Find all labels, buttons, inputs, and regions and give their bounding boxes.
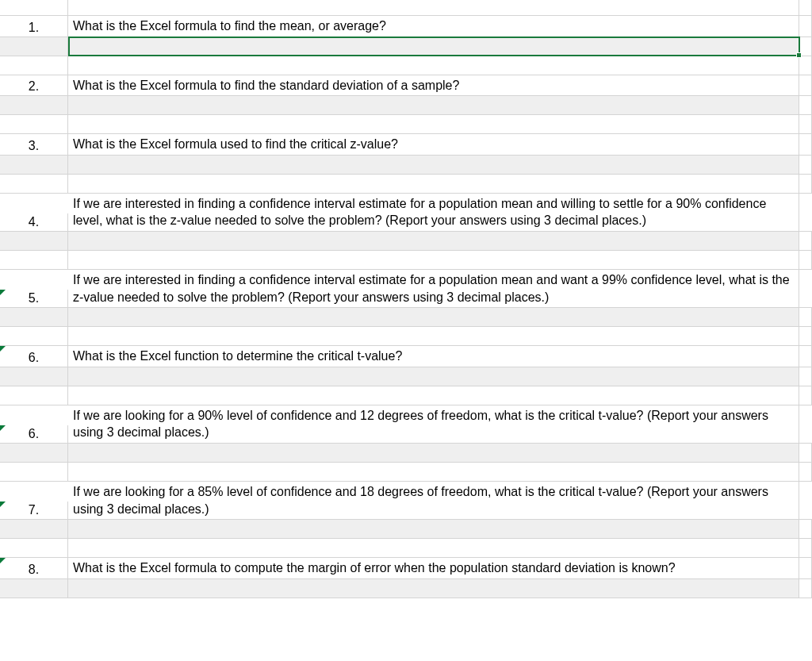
cell[interactable] <box>0 56 68 75</box>
row-number: 1. <box>29 21 39 35</box>
cell[interactable] <box>799 16 812 37</box>
answer-cell[interactable] <box>68 579 799 598</box>
row-number-cell[interactable]: 3. <box>0 134 68 155</box>
cell[interactable] <box>799 444 812 462</box>
cell[interactable] <box>0 579 68 598</box>
cell[interactable] <box>799 115 812 133</box>
blank-row <box>0 327 812 346</box>
answer-cell[interactable] <box>68 367 799 386</box>
cell[interactable] <box>0 308 68 326</box>
row-number: 7. <box>29 503 39 517</box>
answer-row <box>0 37 812 56</box>
cell[interactable] <box>799 232 812 250</box>
cell[interactable] <box>799 386 812 405</box>
cell[interactable] <box>0 0 68 15</box>
row-number-cell[interactable]: 1. <box>0 16 68 37</box>
question-row: 5.If we are interested in finding a conf… <box>0 270 812 308</box>
cell[interactable] <box>799 37 812 56</box>
cell[interactable] <box>799 56 812 75</box>
blank-row <box>0 251 812 270</box>
cell[interactable] <box>799 346 812 367</box>
error-indicator-icon <box>0 346 6 352</box>
row-number-cell[interactable]: 6. <box>0 425 68 443</box>
question-cell[interactable]: What is the Excel function to determine … <box>68 346 799 367</box>
cell[interactable] <box>799 520 812 538</box>
cell[interactable] <box>0 463 68 481</box>
answer-row <box>0 308 812 327</box>
row-number-cell[interactable]: 7. <box>0 502 68 519</box>
row-number-cell[interactable]: 5. <box>0 290 68 307</box>
row-number-cell[interactable]: 8. <box>0 558 68 578</box>
question-cell[interactable]: What is the Excel formula used to find t… <box>68 134 799 155</box>
cell[interactable] <box>799 251 812 269</box>
answer-cell[interactable] <box>68 520 799 538</box>
blank-row <box>0 56 812 75</box>
cell[interactable] <box>799 134 812 155</box>
answer-cell[interactable] <box>68 308 799 326</box>
cell[interactable] <box>799 539 812 557</box>
cell[interactable] <box>68 386 799 405</box>
answer-row <box>0 579 812 598</box>
cell[interactable] <box>799 0 812 15</box>
cell[interactable] <box>68 56 799 75</box>
cell[interactable] <box>799 156 812 174</box>
cell[interactable] <box>0 115 68 133</box>
question-row: 2.What is the Excel formula to find the … <box>0 75 812 97</box>
answer-cell[interactable] <box>68 156 799 174</box>
question-cell[interactable]: What is the Excel formula to find the st… <box>68 75 799 96</box>
cell[interactable] <box>0 367 68 386</box>
cell[interactable] <box>799 327 812 345</box>
cell[interactable] <box>799 96 812 114</box>
cell[interactable] <box>0 156 68 174</box>
cell[interactable] <box>0 386 68 405</box>
answer-cell[interactable] <box>68 444 799 462</box>
answer-cell[interactable] <box>68 96 799 114</box>
error-indicator-icon <box>0 502 6 507</box>
cell[interactable] <box>68 0 799 15</box>
cell[interactable] <box>68 463 799 481</box>
cell[interactable] <box>68 115 799 133</box>
row-number-cell[interactable]: 6. <box>0 346 68 367</box>
blank-row <box>0 175 812 194</box>
question-cell[interactable]: If we are looking for a 85% level of con… <box>68 482 799 519</box>
question-cell[interactable]: What is the Excel formula to compute the… <box>68 558 799 578</box>
question-cell[interactable]: If we are looking for a 90% level of con… <box>68 405 799 443</box>
answer-row <box>0 520 812 539</box>
cell[interactable] <box>799 175 812 193</box>
question-row: 8.What is the Excel formula to compute t… <box>0 558 812 579</box>
cell[interactable] <box>799 463 812 481</box>
cell[interactable] <box>799 367 812 386</box>
cell[interactable] <box>0 251 68 269</box>
row-number: 3. <box>29 139 39 153</box>
cell[interactable] <box>68 251 799 269</box>
cell[interactable] <box>0 232 68 250</box>
question-row: 4.If we are interested in finding a conf… <box>0 194 812 232</box>
answer-cell[interactable] <box>68 232 799 250</box>
cell[interactable] <box>799 75 812 96</box>
row-number-cell[interactable]: 2. <box>0 75 68 96</box>
answer-row <box>0 367 812 386</box>
question-text: What is the Excel function to determine … <box>73 348 402 365</box>
grid-row-top <box>0 0 812 16</box>
cell[interactable] <box>68 327 799 345</box>
question-cell[interactable]: If we are interested in finding a confid… <box>68 270 799 307</box>
question-text: If we are interested in finding a confid… <box>73 271 794 306</box>
cell[interactable] <box>0 96 68 114</box>
cell[interactable] <box>0 175 68 193</box>
cell[interactable] <box>0 444 68 462</box>
question-cell[interactable]: If we are interested in finding a confid… <box>68 194 799 231</box>
cell[interactable] <box>799 579 812 598</box>
answer-cell[interactable] <box>68 37 799 56</box>
question-row: 7.If we are looking for a 85% level of c… <box>0 482 812 520</box>
question-cell[interactable]: What is the Excel formula to find the me… <box>68 16 799 37</box>
cell[interactable] <box>0 520 68 538</box>
cell[interactable] <box>68 175 799 193</box>
row-number-cell[interactable]: 4. <box>0 213 68 231</box>
cell[interactable] <box>799 558 812 578</box>
cell[interactable] <box>0 37 68 56</box>
cell[interactable] <box>68 539 799 557</box>
row-number: 5. <box>29 291 39 306</box>
cell[interactable] <box>0 539 68 557</box>
cell[interactable] <box>0 327 68 345</box>
cell[interactable] <box>799 308 812 326</box>
